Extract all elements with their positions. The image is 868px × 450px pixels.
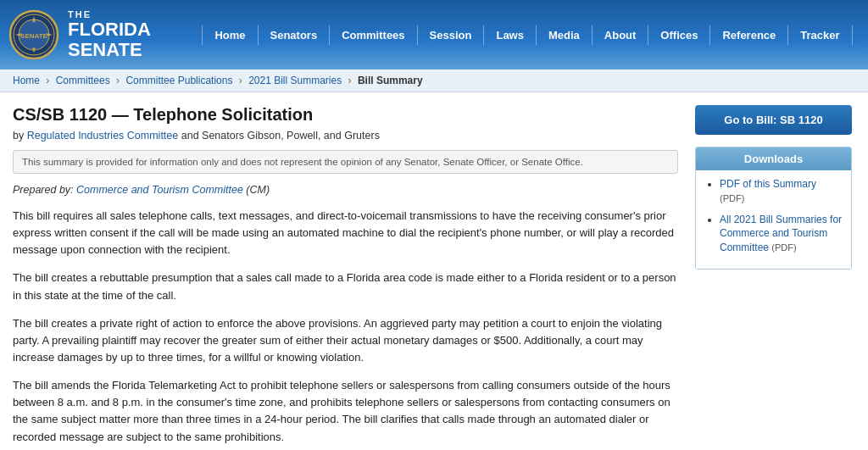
prepared-by-label: Prepared by: xyxy=(13,184,74,196)
goto-bill-button[interactable]: Go to Bill: SB 1120 xyxy=(695,105,852,135)
nav-laws[interactable]: Laws xyxy=(484,25,537,45)
nav-media[interactable]: Media xyxy=(537,25,593,45)
download-pdf-summary-link[interactable]: PDF of this Summary xyxy=(720,178,816,190)
prepared-by: Prepared by: Commerce and Tourism Commit… xyxy=(13,184,678,196)
bill-paragraph-3: The bill creates a private right of acti… xyxy=(13,315,678,366)
download-item-1: PDF of this Summary (PDF) xyxy=(720,177,843,206)
downloads-title: Downloads xyxy=(696,147,851,170)
download-pdf-summary-label: (PDF) xyxy=(720,193,744,203)
nav-session[interactable]: Session xyxy=(418,25,485,45)
nav-home[interactable]: Home xyxy=(202,25,258,45)
nav-committees[interactable]: Committees xyxy=(330,25,417,45)
bill-title: CS/SB 1120 — Telephone Solicitation xyxy=(13,105,678,125)
logo-senate-text: SENATE xyxy=(68,40,151,60)
bill-paragraph-2: The bill creates a rebuttable presumptio… xyxy=(13,269,678,303)
nav-about[interactable]: About xyxy=(593,25,649,45)
regulated-industries-link[interactable]: Regulated Industries Committee xyxy=(27,130,179,142)
breadcrumb: Home › Committees › Committee Publicatio… xyxy=(0,69,868,92)
logo-text: THE FLORIDA SENATE xyxy=(68,9,151,60)
download-item-2: All 2021 Bill Summaries for Commerce and… xyxy=(720,213,843,255)
prepared-by-committee-link[interactable]: Commerce and Tourism Committee xyxy=(76,184,243,196)
downloads-box: Downloads PDF of this Summary (PDF) All … xyxy=(695,147,852,269)
bill-paragraph-1: This bill requires all sales telephone c… xyxy=(13,208,678,258)
downloads-list: PDF of this Summary (PDF) All 2021 Bill … xyxy=(696,170,851,269)
authors-suffix: and Senators Gibson, Powell, and Gruters xyxy=(178,130,380,142)
nav-offices[interactable]: Offices xyxy=(648,25,710,45)
sidebar: Go to Bill: SB 1120 Downloads PDF of thi… xyxy=(695,105,852,450)
svg-text:SENATE: SENATE xyxy=(20,32,48,40)
bill-authors: by Regulated Industries Committee and Se… xyxy=(13,130,678,142)
prepared-by-suffix: (CM) xyxy=(243,184,270,196)
bill-content: CS/SB 1120 — Telephone Solicitation by R… xyxy=(13,105,678,450)
breadcrumb-committees[interactable]: Committees xyxy=(56,75,110,86)
florida-senate-seal: SENATE xyxy=(8,9,59,60)
breadcrumb-current: Bill Summary xyxy=(358,75,423,86)
breadcrumb-2021-bill-summaries[interactable]: 2021 Bill Summaries xyxy=(248,75,342,86)
nav-tracker[interactable]: Tracker xyxy=(788,25,852,45)
info-box: This summary is provided for information… xyxy=(13,150,678,174)
header: SENATE THE FLORIDA SENATE Home Senators … xyxy=(0,0,868,69)
nav-senators[interactable]: Senators xyxy=(259,25,331,45)
breadcrumb-home[interactable]: Home xyxy=(13,75,40,86)
main-layout: CS/SB 1120 — Telephone Solicitation by R… xyxy=(0,92,865,450)
main-nav: Home Senators Committees Session Laws Me… xyxy=(195,0,860,69)
authors-prefix: by xyxy=(13,130,27,142)
download-all-summaries-label: (PDF) xyxy=(771,242,796,253)
nav-reference[interactable]: Reference xyxy=(710,25,788,45)
info-box-text: This summary is provided for information… xyxy=(22,157,583,167)
bill-paragraph-4: The bill amends the Florida Telemarketin… xyxy=(13,377,678,446)
breadcrumb-committee-publications[interactable]: Committee Publications xyxy=(125,75,232,86)
logo-area: SENATE THE FLORIDA SENATE xyxy=(8,9,195,60)
logo-florida-text: FLORIDA xyxy=(68,19,151,40)
